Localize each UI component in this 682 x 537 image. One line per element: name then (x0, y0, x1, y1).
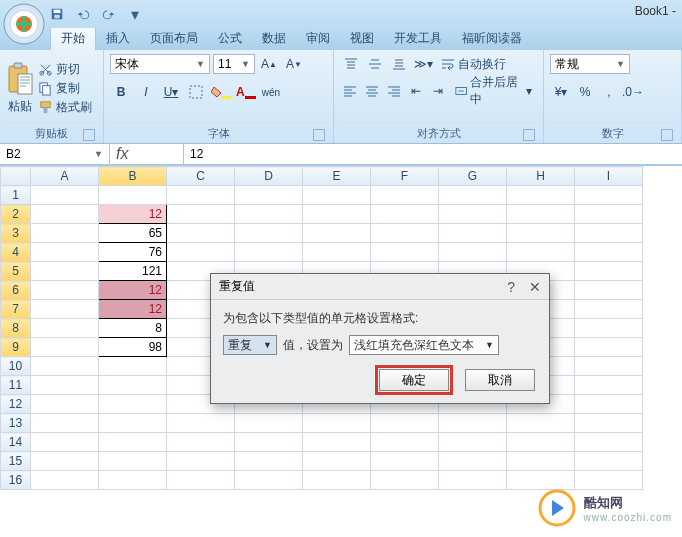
cut-button[interactable]: 剪切 (38, 61, 92, 78)
row-header[interactable]: 15 (1, 452, 31, 471)
cell[interactable] (167, 414, 235, 433)
cancel-button[interactable]: 取消 (465, 369, 535, 391)
tab-formulas[interactable]: 公式 (208, 27, 252, 50)
cell[interactable] (575, 357, 643, 376)
align-launcher-icon[interactable] (523, 129, 535, 141)
dialog-close-icon[interactable]: ✕ (529, 279, 541, 295)
cell[interactable] (99, 357, 167, 376)
phonetic-button[interactable]: wén (260, 82, 282, 102)
cell[interactable] (303, 205, 371, 224)
cell[interactable] (235, 224, 303, 243)
cell[interactable]: 12 (99, 205, 167, 224)
cell[interactable] (371, 243, 439, 262)
cell[interactable] (371, 471, 439, 490)
select-all-corner[interactable] (1, 167, 31, 186)
cell[interactable]: 65 (99, 224, 167, 243)
cell[interactable] (235, 205, 303, 224)
wrap-text-button[interactable]: 自动换行 (436, 54, 511, 74)
fx-icon[interactable]: fx (116, 145, 128, 163)
cell[interactable] (31, 205, 99, 224)
underline-button[interactable]: U▾ (160, 82, 182, 102)
border-button[interactable] (185, 82, 207, 102)
merge-center-button[interactable]: 合并后居中▾ (450, 81, 537, 101)
currency-icon[interactable]: ¥▾ (550, 82, 572, 102)
cell[interactable] (31, 338, 99, 357)
copy-button[interactable]: 复制 (38, 80, 92, 97)
cell[interactable] (31, 376, 99, 395)
col-header[interactable]: C (167, 167, 235, 186)
cell[interactable] (439, 471, 507, 490)
cell[interactable] (575, 186, 643, 205)
cell[interactable] (371, 186, 439, 205)
align-top-icon[interactable] (340, 54, 362, 74)
cell[interactable]: 12 (99, 281, 167, 300)
cell[interactable] (303, 414, 371, 433)
align-bottom-icon[interactable] (388, 54, 410, 74)
number-format-combo[interactable]: 常规▼ (550, 54, 630, 74)
cell[interactable] (575, 243, 643, 262)
cell[interactable] (31, 262, 99, 281)
cell[interactable] (303, 433, 371, 452)
cell[interactable] (31, 281, 99, 300)
clipboard-launcher-icon[interactable] (83, 129, 95, 141)
row-header[interactable]: 13 (1, 414, 31, 433)
align-left-icon[interactable] (340, 81, 360, 101)
cell[interactable] (507, 452, 575, 471)
cell[interactable] (439, 243, 507, 262)
tab-view[interactable]: 视图 (340, 27, 384, 50)
indent-dec-icon[interactable]: ⇤ (406, 81, 426, 101)
cell[interactable] (99, 471, 167, 490)
tab-dev[interactable]: 开发工具 (384, 27, 452, 50)
cell[interactable] (235, 243, 303, 262)
cell[interactable] (31, 243, 99, 262)
cell[interactable] (507, 433, 575, 452)
cell[interactable] (303, 186, 371, 205)
col-header[interactable]: A (31, 167, 99, 186)
cell[interactable] (99, 452, 167, 471)
cell[interactable] (371, 205, 439, 224)
cell[interactable] (99, 186, 167, 205)
cell[interactable] (507, 224, 575, 243)
cell[interactable] (235, 433, 303, 452)
font-color-button[interactable]: A (235, 82, 257, 102)
cell[interactable] (575, 471, 643, 490)
row-header[interactable]: 12 (1, 395, 31, 414)
tab-review[interactable]: 审阅 (296, 27, 340, 50)
col-header[interactable]: E (303, 167, 371, 186)
cell[interactable] (31, 357, 99, 376)
number-launcher-icon[interactable] (661, 129, 673, 141)
cell[interactable] (507, 414, 575, 433)
cell[interactable] (235, 414, 303, 433)
cell[interactable] (31, 300, 99, 319)
row-header[interactable]: 16 (1, 471, 31, 490)
paste-button[interactable]: 粘贴 (6, 62, 34, 115)
align-center-icon[interactable] (362, 81, 382, 101)
cell[interactable]: 8 (99, 319, 167, 338)
qat-redo-icon[interactable] (98, 4, 120, 24)
row-header[interactable]: 10 (1, 357, 31, 376)
tab-layout[interactable]: 页面布局 (140, 27, 208, 50)
cell[interactable] (575, 205, 643, 224)
cell[interactable] (575, 300, 643, 319)
cell[interactable] (575, 281, 643, 300)
qat-save-icon[interactable] (46, 4, 68, 24)
cell[interactable] (507, 205, 575, 224)
cell[interactable] (31, 414, 99, 433)
font-launcher-icon[interactable] (313, 129, 325, 141)
cell[interactable]: 12 (99, 300, 167, 319)
col-header[interactable]: H (507, 167, 575, 186)
cell[interactable] (507, 243, 575, 262)
row-header[interactable]: 6 (1, 281, 31, 300)
tab-foxit[interactable]: 福昕阅读器 (452, 27, 532, 50)
percent-icon[interactable]: % (574, 82, 596, 102)
office-button[interactable] (2, 2, 46, 46)
cell[interactable] (303, 471, 371, 490)
cell[interactable] (371, 452, 439, 471)
row-header[interactable]: 5 (1, 262, 31, 281)
cell[interactable] (303, 224, 371, 243)
cell[interactable] (99, 414, 167, 433)
row-header[interactable]: 9 (1, 338, 31, 357)
col-header[interactable]: F (371, 167, 439, 186)
cell[interactable] (99, 376, 167, 395)
cell[interactable] (575, 224, 643, 243)
